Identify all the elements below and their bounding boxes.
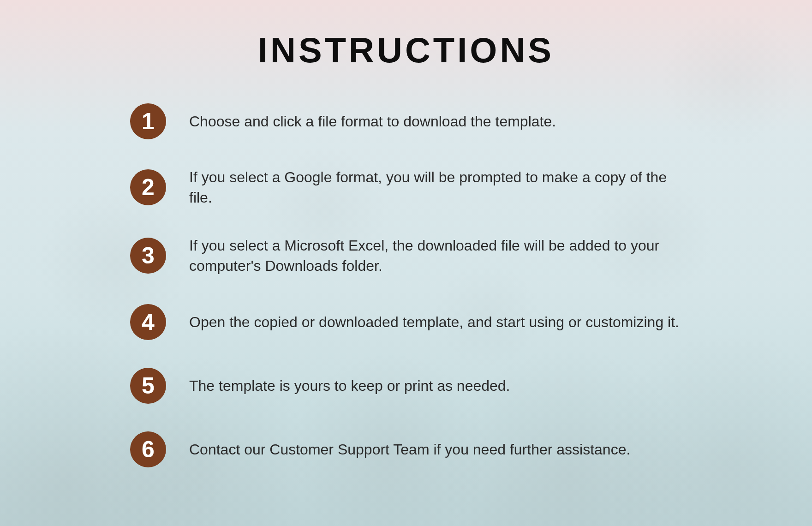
step-item: 6 Contact our Customer Support Team if y… <box>130 431 812 467</box>
step-item: 3 If you select a Microsoft Excel, the d… <box>130 235 812 276</box>
instructions-panel: INSTRUCTIONS 1 Choose and click a file f… <box>0 0 812 467</box>
step-item: 2 If you select a Google format, you wil… <box>130 167 812 208</box>
step-text: The template is yours to keep or print a… <box>189 376 510 396</box>
step-item: 5 The template is yours to keep or print… <box>130 368 812 404</box>
step-text: Open the copied or downloaded template, … <box>189 312 679 332</box>
step-text: Choose and click a file format to downlo… <box>189 111 556 132</box>
steps-list: 1 Choose and click a file format to down… <box>0 103 812 467</box>
step-item: 1 Choose and click a file format to down… <box>130 103 812 139</box>
step-number-badge: 5 <box>130 368 166 404</box>
page-title: INSTRUCTIONS <box>0 30 812 70</box>
step-number-badge: 6 <box>130 431 166 467</box>
step-number-badge: 1 <box>130 103 166 139</box>
step-number-badge: 2 <box>130 169 166 205</box>
step-item: 4 Open the copied or downloaded template… <box>130 304 812 340</box>
step-text: Contact our Customer Support Team if you… <box>189 439 630 460</box>
step-text: If you select a Google format, you will … <box>189 167 687 208</box>
step-number-badge: 4 <box>130 304 166 340</box>
step-number-badge: 3 <box>130 238 166 274</box>
step-text: If you select a Microsoft Excel, the dow… <box>189 235 687 276</box>
